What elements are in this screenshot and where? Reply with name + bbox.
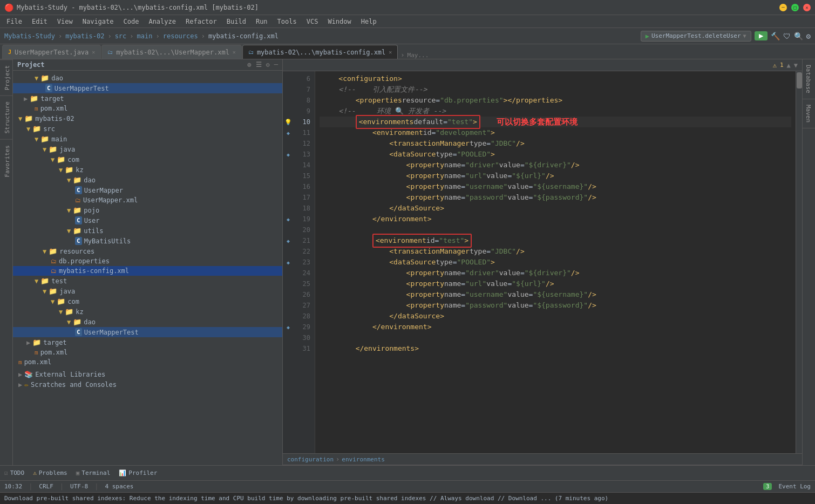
minimize-panel-icon[interactable]: ─ — [274, 61, 278, 69]
locate-icon[interactable]: ⊕ — [247, 61, 251, 69]
tree-item-usermapper-xml[interactable]: 🗂 UserMapper.xml — [13, 195, 282, 205]
tab-java1[interactable]: J UserMapperTest.java ✕ — [2, 45, 101, 59]
menu-navigate[interactable]: Navigate — [78, 17, 118, 26]
tree-item-dao-main[interactable]: ▼ 📁 dao — [13, 175, 282, 185]
list-icon[interactable]: ☰ — [256, 61, 262, 69]
breakpoint-icon-19[interactable]: ◆ — [287, 216, 290, 222]
settings-icon[interactable]: ⚙ — [806, 32, 811, 40]
tab-terminal[interactable]: ▣ Terminal — [76, 469, 111, 476]
tree-item-dao-top[interactable]: ▼ 📁 dao — [13, 73, 282, 83]
tree-item-db-properties[interactable]: 🗂 db.properties — [13, 256, 282, 266]
breakpoint-icon-21[interactable]: ◆ — [287, 238, 290, 244]
breakpoint-icon-23[interactable]: ◆ — [287, 260, 290, 265]
run-config-selector[interactable]: ▶ UserMapperTest.deleteUser ▼ — [641, 31, 751, 42]
tree-item-test[interactable]: ▼ 📁 test — [13, 276, 282, 286]
tab-more-label[interactable]: May... — [408, 52, 429, 59]
tab-todo[interactable]: ☑ TODO — [4, 469, 24, 476]
breadcrumb-file[interactable]: mybatis-config.xml — [208, 32, 279, 40]
tree-item-test-dao[interactable]: ▼ 📁 dao — [13, 317, 282, 327]
breadcrumb-environments[interactable]: environments — [342, 456, 384, 463]
tree-item-pom-root[interactable]: m pom.xml — [13, 357, 282, 367]
status-charset[interactable]: UTF-8 — [70, 483, 88, 490]
tree-item-src[interactable]: ▼ 📁 src — [13, 124, 282, 134]
tab-profiler[interactable]: 📊 Profiler — [119, 469, 157, 476]
build-icon[interactable]: 🔨 — [771, 32, 780, 40]
tree-item-test-com[interactable]: ▼ 📁 com — [13, 296, 282, 307]
tree-item-target-top[interactable]: ▶ 📁 target — [13, 93, 282, 104]
tab-overflow-icon[interactable]: › — [400, 51, 404, 59]
tab-xml2[interactable]: 🗂 mybatis-02\...\mybatis-config.xml ✕ — [242, 45, 398, 59]
tree-item-kz[interactable]: ▼ 📁 kz — [13, 165, 282, 175]
minimize-button[interactable]: ─ — [779, 4, 787, 11]
maven-side-tab[interactable]: Maven — [803, 99, 816, 128]
tab-xml1[interactable]: 🗂 mybatis-02\...\UserMapper.xml ✕ — [101, 45, 242, 59]
breakpoint-icon-13[interactable]: ◆ — [287, 152, 290, 158]
tree-item-mybatis02[interactable]: ▼ 📁 mybatis-02 — [13, 113, 282, 124]
menu-window[interactable]: Window — [323, 17, 355, 26]
structure-side-tab[interactable]: Structure — [0, 96, 13, 139]
tree-item-java[interactable]: ▼ 📁 java — [13, 144, 282, 154]
tree-item-com[interactable]: ▼ 📁 com — [13, 154, 282, 165]
menu-file[interactable]: File — [2, 17, 26, 26]
tree-item-external-libs[interactable]: ▶ 📚 External Libraries — [13, 369, 282, 379]
breadcrumb-resources[interactable]: resources — [163, 32, 198, 40]
status-encoding[interactable]: CRLF — [39, 483, 53, 490]
title-text: Mybatis-Study - mybatis-02\...\mybatis-c… — [17, 4, 259, 11]
editor-scrollbar[interactable] — [796, 71, 802, 453]
tab-close-icon[interactable]: ✕ — [233, 49, 236, 55]
tree-item-utils[interactable]: ▼ 📁 utils — [13, 226, 282, 236]
menu-help[interactable]: Help — [357, 17, 381, 26]
code-content[interactable]: <configuration> <!-- 引入配置文件--> <properti… — [315, 71, 796, 453]
warning-nav-up[interactable]: ▲ — [787, 62, 791, 69]
tree-item-test-kz[interactable]: ▼ 📁 kz — [13, 307, 282, 317]
breadcrumb-config[interactable]: configuration — [287, 456, 334, 463]
event-log-label[interactable]: Event Log — [778, 483, 811, 490]
search-icon[interactable]: 🔍 — [794, 32, 803, 40]
tree-item-test-usermappertest[interactable]: C UserMapperTest — [13, 327, 282, 337]
breadcrumb-project[interactable]: Mybatis-Study — [4, 32, 55, 40]
close-button[interactable]: ✕ — [803, 4, 811, 11]
menu-analyze[interactable]: Analyze — [144, 17, 180, 26]
tree-item-pom-bottom[interactable]: m pom.xml — [13, 348, 282, 357]
tree-item-scratches[interactable]: ▶ ✏ Scratches and Consoles — [13, 379, 282, 390]
tree-item-main[interactable]: ▼ 📁 main — [13, 134, 282, 144]
menu-edit[interactable]: Edit — [28, 17, 52, 26]
warning-nav-down[interactable]: ▼ — [794, 62, 798, 69]
tree-item-mybatis-config[interactable]: 🗂 mybatis-config.xml — [13, 266, 282, 276]
run-button[interactable]: ▶ — [755, 31, 768, 40]
tab-problems[interactable]: ⚠ Problems — [33, 469, 67, 476]
tree-item-usermapper-java[interactable]: C UserMapper — [13, 185, 282, 195]
tree-item-usermappertest-top[interactable]: C UserMapperTest — [13, 83, 282, 93]
breadcrumb-src[interactable]: src — [115, 32, 127, 40]
tab-close-icon[interactable]: ✕ — [92, 49, 95, 55]
tree-item-test-java[interactable]: ▼ 📁 java — [13, 286, 282, 296]
menu-build[interactable]: Build — [222, 17, 250, 26]
lightbulb-icon[interactable]: 💡 — [284, 119, 292, 126]
tree-item-pom-top[interactable]: m pom.xml — [13, 104, 282, 113]
breakpoint-icon-29[interactable]: ◆ — [287, 324, 290, 330]
menu-tools[interactable]: Tools — [273, 17, 301, 26]
breakpoint-icon-11[interactable]: ◆ — [287, 130, 290, 136]
tree-item-user[interactable]: C User — [13, 215, 282, 226]
warning-bar: ⚠ 1 ▲ ▼ — [283, 59, 802, 71]
tree-item-target-bottom[interactable]: ▶ 📁 target — [13, 337, 282, 348]
favorites-side-tab[interactable]: Favorites — [0, 139, 13, 183]
settings-panel-icon[interactable]: ⚙ — [266, 61, 270, 69]
menu-code[interactable]: Code — [119, 17, 144, 26]
coverage-icon[interactable]: 🛡 — [783, 32, 791, 40]
status-indent[interactable]: 4 spaces — [105, 483, 133, 490]
menu-vcs[interactable]: VCS — [302, 17, 323, 26]
menu-run[interactable]: Run — [252, 17, 272, 26]
tree-item-pojo[interactable]: ▼ 📁 pojo — [13, 205, 282, 215]
maximize-button[interactable]: □ — [791, 4, 799, 11]
breadcrumb-main[interactable]: main — [137, 32, 153, 40]
menu-refactor[interactable]: Refactor — [181, 17, 221, 26]
tab-close-icon-active[interactable]: ✕ — [389, 49, 392, 55]
code-line-19: </environment> — [320, 214, 791, 224]
tree-item-mybatisutils[interactable]: C MyBatisUtils — [13, 236, 282, 246]
breadcrumb-module[interactable]: mybatis-02 — [65, 32, 104, 40]
database-side-tab[interactable]: Database — [803, 59, 816, 99]
tree-item-resources[interactable]: ▼ 📁 resources — [13, 246, 282, 256]
project-side-tab[interactable]: Project — [0, 59, 13, 96]
menu-view[interactable]: View — [53, 17, 77, 26]
